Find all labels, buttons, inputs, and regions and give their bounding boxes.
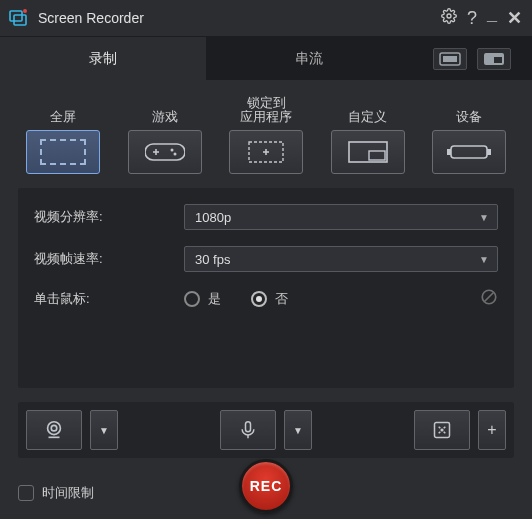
help-icon[interactable]: ? [467, 8, 477, 29]
device-icon [447, 142, 491, 162]
svg-rect-17 [451, 146, 487, 158]
overlay-add-button[interactable]: + [478, 410, 506, 450]
capture-tile-custom[interactable] [331, 130, 405, 174]
framerate-label: 视频帧速率: [34, 250, 184, 268]
app-logo-icon [8, 7, 30, 29]
radio-label-yes: 是 [208, 290, 221, 308]
time-limit-checkbox[interactable] [18, 485, 34, 501]
svg-point-10 [170, 149, 173, 152]
capture-label-game: 游戏 [152, 96, 178, 124]
svg-point-11 [173, 153, 176, 156]
capture-label-lock-app: 锁定到应用程序 [240, 96, 292, 124]
record-button[interactable]: REC [239, 459, 293, 513]
radio-label-no: 否 [275, 290, 288, 308]
mouse-click-yes-radio[interactable]: 是 [184, 290, 221, 308]
webcam-button[interactable] [26, 410, 82, 450]
minimize-icon[interactable]: _ [487, 4, 497, 25]
capture-tile-fullscreen[interactable] [26, 130, 100, 174]
overlay-icon [432, 420, 452, 440]
disabled-icon [480, 288, 498, 310]
svg-rect-1 [14, 15, 26, 25]
overlay-button[interactable] [414, 410, 470, 450]
resolution-label: 视频分辨率: [34, 208, 184, 226]
svg-rect-18 [447, 149, 451, 155]
microphone-dropdown[interactable]: ▼ [284, 410, 312, 450]
layout-pip-button[interactable] [477, 48, 511, 70]
layout-single-button[interactable] [433, 48, 467, 70]
microphone-button[interactable] [220, 410, 276, 450]
svg-point-27 [441, 429, 443, 431]
svg-point-2 [23, 9, 27, 13]
gamepad-icon [145, 140, 185, 164]
tab-stream[interactable]: 串流 [206, 37, 412, 80]
capture-label-device: 设备 [456, 96, 482, 124]
capture-label-fullscreen: 全屏 [50, 96, 76, 124]
svg-rect-7 [494, 57, 502, 63]
svg-rect-0 [10, 11, 22, 21]
chevron-down-icon: ▼ [479, 254, 489, 265]
custom-icon [346, 139, 390, 165]
capture-tile-lock-app[interactable] [229, 130, 303, 174]
tab-record[interactable]: 录制 [0, 37, 206, 80]
time-limit-label: 时间限制 [42, 484, 94, 502]
radio-dot-icon [184, 291, 200, 307]
close-icon[interactable]: ✕ [507, 7, 522, 29]
mouse-click-label: 单击鼠标: [34, 290, 184, 308]
chevron-down-icon: ▼ [479, 212, 489, 223]
app-title: Screen Recorder [38, 10, 441, 26]
capture-label-custom: 自定义 [348, 96, 387, 124]
fullscreen-icon [40, 139, 86, 165]
radio-dot-icon [251, 291, 267, 307]
webcam-icon [43, 419, 65, 441]
svg-rect-15 [349, 142, 387, 162]
settings-icon[interactable] [441, 8, 457, 28]
svg-point-23 [51, 425, 57, 431]
capture-tile-device[interactable] [432, 130, 506, 174]
framerate-value: 30 fps [195, 252, 230, 267]
svg-rect-24 [246, 422, 251, 432]
svg-rect-19 [487, 149, 491, 155]
resolution-select[interactable]: 1080p ▼ [184, 204, 498, 230]
svg-line-21 [485, 293, 494, 302]
mouse-click-no-radio[interactable]: 否 [251, 290, 288, 308]
svg-point-3 [447, 14, 451, 18]
svg-rect-16 [369, 151, 385, 160]
framerate-select[interactable]: 30 fps ▼ [184, 246, 498, 272]
microphone-icon [238, 419, 258, 441]
webcam-dropdown[interactable]: ▼ [90, 410, 118, 450]
capture-tile-game[interactable] [128, 130, 202, 174]
svg-rect-5 [443, 56, 457, 62]
resolution-value: 1080p [195, 210, 231, 225]
lock-app-icon [244, 139, 288, 165]
record-label: REC [250, 478, 283, 494]
svg-point-22 [48, 422, 61, 435]
